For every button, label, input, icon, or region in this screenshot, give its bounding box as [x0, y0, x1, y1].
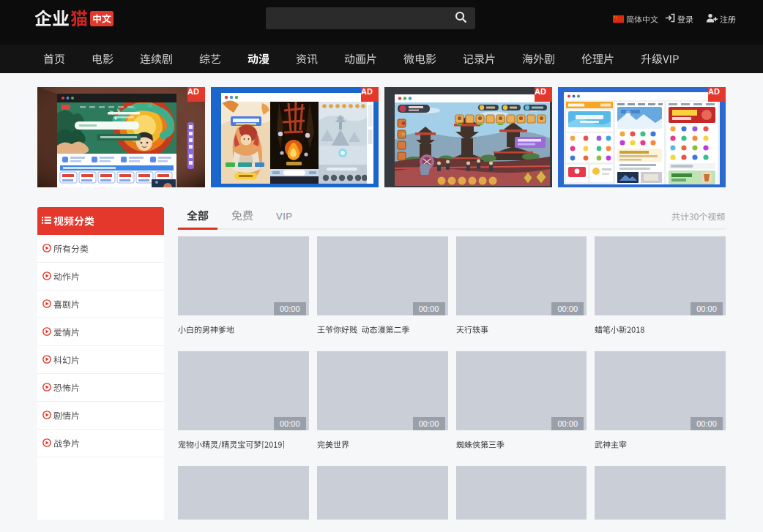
tab-free[interactable]	[223, 207, 262, 228]
ad-banner-row: AD AD AD AD	[37, 73, 726, 187]
nav-item-anime[interactable]	[234, 53, 283, 64]
play-circle-icon	[42, 437, 51, 450]
ad-banner-4-art	[558, 87, 726, 187]
video-card-zhizhu[interactable]: 00:00	[456, 351, 587, 450]
ad-label: AD	[361, 87, 379, 102]
video-card-xiaobai[interactable]: 00:00	[178, 236, 309, 335]
video-thumbnail: 00:00	[317, 466, 448, 520]
duration-badge: 00:00	[551, 417, 584, 430]
video-thumbnail: 00:00	[595, 236, 726, 315]
nav-item-overseas[interactable]	[509, 53, 568, 64]
video-title	[317, 438, 448, 450]
tab-all[interactable]	[178, 207, 217, 228]
ad-banner-3-art	[384, 87, 552, 187]
page-content: VIP 00:00 00:00 00:00 00:00 00:00 00:00 …	[37, 207, 726, 520]
category-sidebar	[37, 207, 164, 520]
duration-badge: 00:00	[691, 417, 723, 430]
video-thumbnail: 00:00	[178, 351, 309, 430]
register-link[interactable]	[706, 12, 736, 26]
ad-banner-1-art	[37, 87, 205, 187]
nav-item-cartoon[interactable]	[331, 53, 390, 64]
video-thumbnail: 00:00	[595, 466, 726, 520]
duration-badge: 00:00	[551, 302, 584, 315]
video-card-partial-3[interactable]: 00:00	[456, 466, 587, 520]
video-thumbnail: 00:00	[317, 351, 448, 430]
nav-item-micro-movie[interactable]	[390, 53, 450, 64]
play-circle-icon	[42, 326, 51, 339]
ad-label: AD	[708, 87, 726, 102]
site-logo[interactable]	[34, 10, 113, 27]
sidebar-item-action[interactable]	[37, 263, 164, 291]
logo-text-white	[34, 10, 70, 27]
search-icon	[455, 11, 467, 26]
video-thumbnail: 00:00	[595, 351, 726, 430]
video-title	[178, 438, 309, 450]
video-title	[595, 323, 726, 335]
play-circle-icon	[42, 381, 51, 394]
video-thumbnail: 00:00	[317, 236, 448, 315]
language-switch[interactable]	[613, 12, 658, 26]
sidebar-item-drama[interactable]	[37, 402, 164, 430]
video-title	[595, 438, 726, 450]
duration-badge: 00:00	[413, 417, 445, 430]
nav-item-movies[interactable]	[78, 53, 127, 64]
sidebar-item-romance[interactable]	[37, 318, 164, 346]
play-circle-icon	[42, 353, 51, 367]
logo-text-red	[70, 10, 88, 27]
ad-label: AD	[535, 87, 552, 102]
duration-badge: 00:00	[413, 302, 445, 315]
video-card-wangye[interactable]: 00:00	[317, 236, 448, 335]
sidebar-item-comedy[interactable]	[37, 291, 164, 318]
video-title	[456, 438, 587, 450]
nav-item-news[interactable]	[283, 53, 331, 64]
nav-item-home[interactable]	[30, 53, 78, 64]
sidebar-item-all[interactable]	[37, 235, 164, 263]
tab-vip[interactable]: VIP	[267, 207, 301, 228]
main-nav	[0, 45, 763, 73]
duration-badge: 00:00	[274, 302, 306, 315]
video-thumbnail: 00:00	[456, 236, 587, 315]
ad-banner-4[interactable]: AD	[558, 87, 726, 187]
ad-banner-2-art	[211, 87, 379, 187]
video-thumbnail: 00:00	[456, 351, 587, 430]
video-thumbnail: 00:00	[178, 236, 309, 315]
video-card-partial-4[interactable]: 00:00	[595, 466, 726, 520]
play-circle-icon	[42, 409, 51, 422]
duration-badge: 00:00	[691, 302, 723, 315]
sidebar-item-scifi[interactable]	[37, 346, 164, 374]
video-grid: 00:00 00:00 00:00 00:00 00:00 00:00 00:0…	[178, 236, 726, 520]
ad-banner-1[interactable]: AD	[37, 87, 205, 187]
login-link[interactable]	[665, 12, 693, 26]
video-card-labi[interactable]: 00:00	[595, 236, 726, 335]
search-input[interactable]	[266, 7, 446, 29]
search-button[interactable]	[446, 7, 475, 29]
video-card-partial-1[interactable]: 00:00	[178, 466, 309, 520]
sidebar-item-horror[interactable]	[37, 374, 164, 402]
nav-item-series[interactable]	[127, 53, 186, 64]
video-card-wanmei[interactable]: 00:00	[317, 351, 448, 450]
video-title	[456, 323, 587, 335]
sidebar-item-war[interactable]	[37, 430, 164, 457]
logo-lang-badge	[90, 11, 113, 26]
video-thumbnail: 00:00	[456, 466, 587, 520]
play-circle-icon	[42, 270, 51, 283]
filter-tabs: VIP	[178, 207, 726, 230]
china-flag-icon	[613, 12, 624, 26]
video-card-chongwu[interactable]: 00:00	[178, 351, 309, 450]
nav-item-ethics[interactable]	[568, 53, 628, 64]
nav-item-variety[interactable]	[186, 53, 234, 64]
top-header	[0, 0, 763, 45]
video-title	[317, 323, 448, 335]
video-card-tianxing[interactable]: 00:00	[456, 236, 587, 335]
video-card-wushen[interactable]: 00:00	[595, 351, 726, 450]
ad-label: AD	[187, 87, 205, 102]
ad-banner-3[interactable]: AD	[384, 87, 552, 187]
nav-item-vip-upgrade[interactable]	[628, 53, 693, 64]
ad-banner-2[interactable]: AD	[211, 87, 379, 187]
user-plus-icon	[706, 12, 718, 26]
video-thumbnail: 00:00	[178, 466, 309, 520]
duration-badge: 00:00	[274, 417, 306, 430]
nav-item-documentary[interactable]	[450, 53, 509, 64]
play-circle-icon	[42, 298, 51, 311]
video-card-partial-2[interactable]: 00:00	[317, 466, 448, 520]
